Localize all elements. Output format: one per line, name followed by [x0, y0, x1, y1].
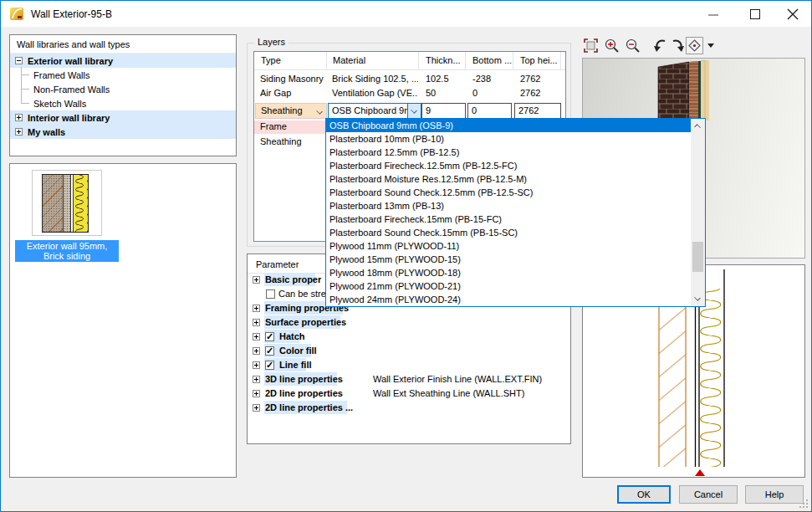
- dropdown-option[interactable]: Plasterboard Sound Check.15mm (PB-15-SC): [326, 226, 691, 239]
- rotate-ccw-icon[interactable]: [670, 38, 686, 54]
- dialog-window: Wall Exterior-95-B Wall libraries and wa…: [0, 0, 812, 512]
- dropdown-scrollbar[interactable]: [691, 119, 705, 306]
- dropdown-option[interactable]: Plasterboard Firecheck.12.5mm (PB-12.5-F…: [326, 159, 691, 172]
- gap-layer-hatch: [64, 175, 71, 232]
- minimize-icon[interactable]: [708, 14, 718, 16]
- ok-button[interactable]: OK: [617, 485, 671, 504]
- tree-item-my-walls[interactable]: My walls: [10, 125, 236, 139]
- fit-view-icon[interactable]: [583, 38, 599, 54]
- dropdown-option[interactable]: Plasterboard Moisture Res.12.5mm (PB-12.…: [326, 172, 691, 186]
- dropdown-option[interactable]: Plasterboard Sound Check.12.5mm (PB-12.5…: [326, 186, 691, 199]
- scroll-down-icon[interactable]: [691, 292, 705, 306]
- window-title: Wall Exterior-95-B: [31, 8, 112, 20]
- tree-branch-line: [21, 96, 32, 110]
- expand-icon[interactable]: [253, 404, 260, 412]
- expand-icon[interactable]: [15, 128, 23, 136]
- chevron-down-icon: [411, 107, 417, 114]
- tree-item-sketch-walls[interactable]: Sketch Walls: [10, 96, 236, 110]
- wall-type-selected-label[interactable]: Exterior wall 95mm, Brick siding: [15, 240, 119, 262]
- scroll-up-icon[interactable]: [691, 119, 705, 133]
- tree-item-framed-walls[interactable]: Framed Walls: [10, 68, 236, 82]
- param-row-color-fill[interactable]: Color fill: [248, 344, 317, 357]
- param-row-line-fill[interactable]: Line fill: [248, 358, 312, 371]
- expand-icon[interactable]: [253, 333, 260, 340]
- expand-icon[interactable]: [253, 390, 260, 397]
- layer-type-combobox[interactable]: Sheathing: [255, 103, 327, 119]
- title-bar: Wall Exterior-95-B: [1, 1, 811, 27]
- brick-layer-hatch: [43, 175, 64, 232]
- tree-item-exterior-wall-library[interactable]: Exterior wall library: [10, 54, 236, 68]
- expand-icon[interactable]: [253, 305, 260, 312]
- expand-icon[interactable]: [253, 276, 260, 284]
- app-icon: [10, 7, 24, 21]
- tree-item-interior-wall-library[interactable]: Interior wall library: [10, 110, 236, 125]
- wall-library-header: Wall libraries and wall types: [10, 35, 236, 54]
- bottom-input[interactable]: 0: [467, 103, 512, 119]
- scrollbar-thumb[interactable]: [692, 242, 703, 272]
- tree-branch-line: [21, 82, 32, 96]
- wall-library-panel: Wall libraries and wall types Exterior w…: [9, 34, 237, 156]
- wall-thumbnail[interactable]: [32, 170, 102, 236]
- dropdown-option[interactable]: Plywood 24mm (PLYWOOD-24): [326, 293, 691, 306]
- maximize-icon[interactable]: [750, 9, 760, 19]
- table-row-editing: Sheathing OSB Chipboard 9n 9 0 2762: [254, 103, 565, 119]
- expand-icon[interactable]: [15, 114, 23, 121]
- thickness-input[interactable]: 9: [421, 103, 466, 119]
- dropdown-option[interactable]: Plasterboard 12.5mm (PB-12.5): [326, 146, 691, 159]
- expand-icon[interactable]: [253, 347, 260, 355]
- chevron-down-icon: [316, 108, 323, 115]
- wall-type-list-panel: Exterior wall 95mm, Brick siding: [9, 163, 237, 478]
- checkbox-checked[interactable]: [265, 361, 274, 370]
- checkbox-checked[interactable]: [265, 332, 274, 341]
- material-dropdown-list: OSB Chipboard 9mm (OSB-9) Plasterboard 1…: [325, 118, 706, 307]
- layers-group-label: Layers: [254, 37, 289, 47]
- param-row-surface-properties[interactable]: Surface properties: [248, 315, 346, 329]
- dropdown-option[interactable]: Plasterboard 13mm (PB-13): [326, 199, 691, 212]
- expand-icon[interactable]: [253, 319, 260, 326]
- combobox-dropdown-button[interactable]: [407, 104, 421, 118]
- column-header-top[interactable]: Top hei...: [513, 52, 561, 69]
- zoom-in-icon[interactable]: [604, 38, 620, 54]
- layers-table-header: Type Material Thickn... Bottom ... Top h…: [254, 52, 565, 70]
- tree-branch-line: [21, 68, 32, 82]
- close-icon[interactable]: [786, 8, 799, 21]
- dropdown-option[interactable]: Plasterboard Firecheck.15mm (PB-15-FC): [326, 212, 691, 226]
- param-row-basic-properties[interactable]: Basic proper: [248, 273, 321, 286]
- dropdown-option[interactable]: Plywood 21mm (PLYWOOD-21): [326, 279, 691, 293]
- expand-icon[interactable]: [253, 376, 260, 383]
- dropdown-option[interactable]: Plywood 18mm (PLYWOOD-18): [326, 266, 691, 279]
- checkbox-unchecked[interactable]: [266, 289, 275, 299]
- dropdown-option[interactable]: Plywood 15mm (PLYWOOD-15): [326, 253, 691, 266]
- resize-grip[interactable]: [799, 499, 808, 508]
- column-header-material[interactable]: Material: [327, 52, 419, 69]
- param-row-hatch[interactable]: Hatch: [248, 330, 305, 343]
- rotate-cw-icon[interactable]: [652, 38, 668, 54]
- tree-item-non-framed-walls[interactable]: Non-Framed Walls: [10, 82, 236, 96]
- pan-mode-button[interactable]: [686, 37, 703, 54]
- help-button[interactable]: Help: [745, 485, 804, 504]
- pan-mode-dropdown-icon[interactable]: [707, 44, 714, 48]
- layer-material-combobox[interactable]: OSB Chipboard 9n: [328, 103, 421, 119]
- cancel-button[interactable]: Cancel: [679, 485, 738, 504]
- dropdown-option-selected[interactable]: OSB Chipboard 9mm (OSB-9): [326, 119, 691, 132]
- checkbox-checked[interactable]: [265, 346, 274, 356]
- param-row-3d-line-properties[interactable]: 3D line properties Wall Exterior Finish …: [248, 372, 343, 386]
- param-row-2d-line-properties-2[interactable]: 2D line properties ...: [248, 401, 353, 414]
- param-row-can-be-stretched[interactable]: Can be stre: [248, 287, 326, 300]
- column-header-bottom[interactable]: Bottom ...: [466, 52, 513, 69]
- param-row-2d-line-properties[interactable]: 2D line properties Wall Ext Sheathing Li…: [248, 387, 343, 400]
- dropdown-option[interactable]: Plasterboard 10mm (PB-10): [326, 132, 691, 146]
- zoom-out-icon[interactable]: [625, 38, 641, 54]
- column-header-thickness[interactable]: Thickn...: [419, 52, 466, 69]
- column-header-type[interactable]: Type: [254, 52, 327, 69]
- expand-icon[interactable]: [253, 361, 260, 369]
- wall-cross-section-image: [42, 174, 89, 233]
- collapse-icon[interactable]: [15, 57, 23, 64]
- table-row[interactable]: Air Gap Ventilation Gap (VE... 50 0 2762: [254, 86, 565, 100]
- top-height-input[interactable]: 2762: [514, 103, 561, 119]
- table-row[interactable]: Siding Masonry Brick Siding 102.5, ... 1…: [254, 72, 565, 86]
- dropdown-option[interactable]: Plywood 11mm (PLYWOOD-11): [326, 239, 691, 253]
- insulation-layer-hatch: [74, 175, 88, 232]
